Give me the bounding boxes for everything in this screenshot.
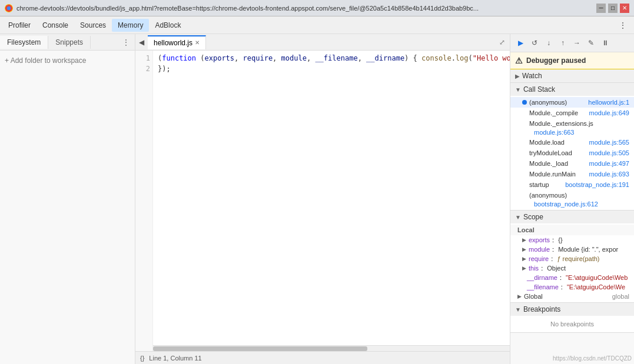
scope-global-chevron-icon: ▶ (517, 293, 522, 299)
close-button[interactable]: ✕ (620, 4, 629, 13)
watch-chevron-icon: ▶ (515, 73, 520, 79)
scope-header[interactable]: ▼ Scope (510, 211, 634, 223)
code-line-1: (function (exports, require, module, __f… (158, 53, 505, 64)
no-breakpoints-label: No breakpoints (510, 317, 634, 331)
maximize-button[interactable]: □ (608, 4, 618, 13)
tab-filesystem[interactable]: Filesystem (0, 36, 48, 49)
breakpoints-header[interactable]: ▼ Breakpoints (510, 303, 634, 316)
scope-section: ▼ Scope Local ▶ exports : {} ▶ module : … (510, 211, 634, 303)
call-stack-label: Call Stack (523, 85, 555, 93)
cs-name-5: tryModuleLoad (522, 149, 587, 156)
code-area[interactable]: (function (exports, require, module, __f… (153, 51, 510, 351)
editor-tab-prev-icon[interactable]: ◀ (135, 36, 148, 49)
menu-more-icon[interactable]: ⋮ (614, 18, 632, 32)
scope-filename[interactable]: __filename : "E:\atguiguCode\We (510, 282, 634, 292)
cs-item-startup[interactable]: startup bootstrap_node.js:191 (510, 179, 634, 190)
scope-require-colon: : (551, 255, 555, 262)
menu-bar: Profiler Console Sources Memory AdBlock … (0, 16, 634, 34)
scope-this[interactable]: ▶ this : Object (510, 263, 634, 273)
editor-area[interactable]: 1 2 (function (exports, require, module,… (135, 51, 510, 351)
scope-dirname-key: __dirname (527, 274, 557, 281)
cs-item-anon2[interactable]: (anonymous) (510, 190, 634, 201)
breakpoints-section: ▼ Breakpoints No breakpoints (510, 303, 634, 333)
scope-module-val: Module {id: ".", expor (558, 246, 618, 253)
menu-adblock[interactable]: AdBlock (149, 19, 187, 32)
scope-filename-val: "E:\atguiguCode\We (567, 283, 625, 290)
scope-dirname[interactable]: __dirname : "E:\atguiguCode\Web (510, 273, 634, 282)
editor-expand-icon[interactable]: ⤢ (494, 36, 510, 49)
scrollbar-thumb[interactable] (153, 346, 367, 351)
minimize-button[interactable]: ─ (596, 4, 606, 13)
left-tabs: Filesystem Snippets ⋮ (0, 34, 135, 51)
editor-tab-close-icon[interactable]: ✕ (195, 39, 200, 46)
editor-scrollbar[interactable] (153, 345, 510, 351)
cs-item-module-load2[interactable]: Module._load module.js:497 (510, 158, 634, 169)
cs-name-6: Module._load (522, 160, 587, 167)
scope-global-row[interactable]: ▶ Global global (510, 292, 634, 301)
cs-name-1: Module._compile (522, 109, 587, 116)
scope-this-expand-icon: ▶ (522, 265, 526, 271)
footer-position: Line 1, Column 11 (149, 355, 201, 362)
scope-this-val: Object (547, 265, 566, 272)
cs-name-4: Module.load (522, 139, 587, 146)
scope-global-value: global (612, 293, 629, 300)
code-line-2: }); (158, 64, 505, 74)
scope-exports-expand-icon: ▶ (522, 237, 526, 243)
scope-filename-key: __filename (527, 283, 559, 290)
call-stack-header[interactable]: ▼ Call Stack (510, 83, 634, 96)
cs-name-8: startup (522, 181, 563, 188)
cs-item-module-load[interactable]: Module.load module.js:565 (510, 137, 634, 148)
scope-dirname-val: "E:\atguiguCode\Web (566, 274, 628, 281)
step-out-button[interactable]: ↑ (556, 36, 569, 49)
menu-sources[interactable]: Sources (74, 19, 112, 32)
pause-button[interactable]: ⏸ (599, 36, 612, 49)
right-panel: ▶ ↺ ↓ ↑ → ✎ ⏸ ⚠ Debugger paused ▶ Watch … (510, 34, 634, 364)
cs-loc-8: bootstrap_node.js:191 (565, 181, 629, 188)
line-numbers: 1 2 (135, 51, 153, 351)
menu-console[interactable]: Console (36, 19, 74, 32)
menu-memory[interactable]: Memory (112, 19, 149, 32)
step-over-button[interactable]: ↺ (528, 36, 541, 49)
call-stack-content: (anonymous) helloworld.js:1 Module._comp… (510, 96, 634, 210)
cs-name-9: (anonymous) (522, 192, 629, 199)
scope-this-colon: : (541, 265, 545, 272)
call-stack-section: ▼ Call Stack (anonymous) helloworld.js:1… (510, 83, 634, 211)
menu-profiler[interactable]: Profiler (2, 19, 36, 32)
scope-this-key: this (529, 265, 539, 272)
cs-item-module-runmain[interactable]: Module.runMain module.js:693 (510, 169, 634, 179)
main-layout: Filesystem Snippets ⋮ + Add folder to wo… (0, 34, 634, 364)
step-button[interactable]: → (570, 36, 583, 49)
watch-section: ▶ Watch (510, 69, 634, 83)
title-bar: chrome-devtools://devtools/bundled/js_ap… (0, 0, 634, 16)
cs-active-dot (522, 100, 527, 105)
cs-item-anonymous[interactable]: (anonymous) helloworld.js:1 (510, 97, 634, 108)
tab-snippets[interactable]: Snippets (48, 36, 91, 49)
scope-module-expand-icon: ▶ (522, 246, 526, 252)
breakpoints-chevron-icon: ▼ (515, 306, 521, 313)
blackbox-button[interactable]: ✎ (585, 36, 598, 49)
left-content: + Add folder to workspace (0, 51, 135, 364)
add-folder-button[interactable]: + Add folder to workspace (5, 55, 130, 66)
scope-module[interactable]: ▶ module : Module {id: ".", expor (510, 245, 634, 254)
debugger-paused-banner: ⚠ Debugger paused (510, 52, 634, 69)
editor-tab-helloworld[interactable]: helloworld.js ✕ (148, 35, 206, 49)
scope-label: Scope (523, 213, 543, 221)
call-stack-chevron-icon: ▼ (515, 86, 521, 93)
scope-require[interactable]: ▶ require : ƒ require(path) (510, 254, 634, 263)
left-tab-more-icon[interactable]: ⋮ (117, 35, 135, 49)
left-panel: Filesystem Snippets ⋮ + Add folder to wo… (0, 34, 135, 364)
scope-exports[interactable]: ▶ exports : {} (510, 235, 634, 245)
cs-item-module-compile[interactable]: Module._compile module.js:649 (510, 108, 634, 118)
scope-require-key: require (529, 255, 549, 262)
watch-section-header[interactable]: ▶ Watch (510, 69, 634, 82)
paused-icon: ⚠ (515, 56, 523, 65)
cs-loc-anon2: bootstrap_node.js:612 (522, 201, 634, 209)
step-into-button[interactable]: ↓ (542, 36, 555, 49)
scope-module-colon: : (552, 246, 556, 253)
resume-button[interactable]: ▶ (514, 36, 527, 49)
scope-content: Local ▶ exports : {} ▶ module : Module {… (510, 223, 634, 302)
cs-name-0: (anonymous) (529, 99, 586, 106)
cs-item-module-extensions[interactable]: Module._extensions.js (510, 118, 634, 129)
cs-item-trymoduleload[interactable]: tryModuleLoad module.js:505 (510, 148, 634, 158)
editor-tab-label: helloworld.js (154, 39, 192, 47)
